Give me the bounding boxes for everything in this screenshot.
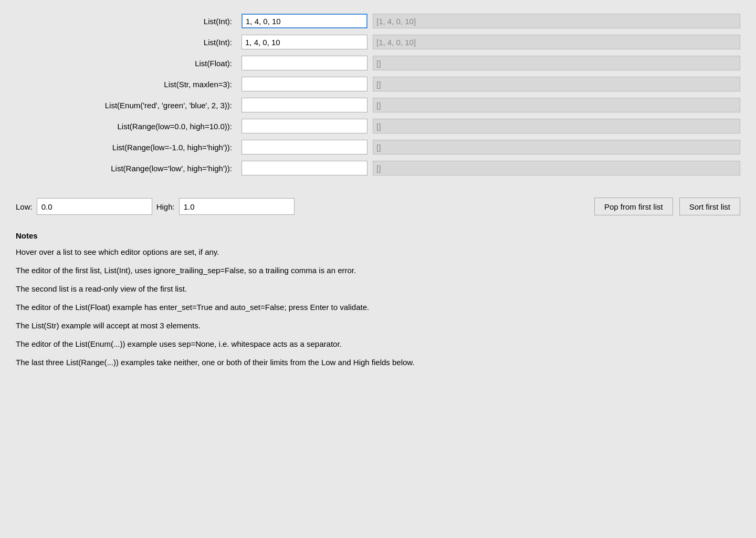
notes-para-6: The last three List(Range(...)) examples… (16, 357, 740, 368)
form-section: List(Int):[1, 4, 0, 10]List(Int):[1, 4, … (16, 11, 740, 179)
pop-button[interactable]: Pop from first list (594, 198, 673, 215)
high-input[interactable] (179, 198, 295, 215)
readonly-row-list-range-2: [] (373, 140, 740, 154)
readonly-row-list-int-1: [1, 4, 0, 10] (373, 14, 740, 28)
form-row-1: List(Int):[1, 4, 0, 10] (16, 32, 740, 53)
notes-para-1: The editor of the first list, List(Int),… (16, 265, 740, 276)
notes-para-5: The editor of the List(Enum(...)) exampl… (16, 338, 740, 349)
low-input[interactable] (37, 198, 152, 215)
label-row-list-int-2: List(Int): (16, 38, 236, 47)
notes-para-4: The List(Str) example will accept at mos… (16, 320, 740, 331)
input-row-list-range-3[interactable] (242, 161, 368, 175)
form-row-5: List(Range(low=0.0, high=10.0)):[] (16, 116, 740, 137)
low-high-group: Low: High: (16, 198, 295, 215)
low-label: Low: (16, 202, 33, 211)
notes-title: Notes (16, 231, 740, 240)
label-row-list-range-1: List(Range(low=0.0, high=10.0)): (16, 122, 236, 131)
label-row-list-int-1: List(Int): (16, 17, 236, 26)
form-row-6: List(Range(low=-1.0, high='high')):[] (16, 137, 740, 158)
notes-para-2: The second list is a read-only view of t… (16, 283, 740, 294)
input-row-list-range-2[interactable] (242, 140, 368, 154)
input-row-list-int-1[interactable] (242, 14, 368, 28)
form-row-2: List(Float):[] (16, 53, 740, 74)
label-row-list-float: List(Float): (16, 59, 236, 68)
label-row-list-enum: List(Enum('red', 'green', 'blue', 2, 3))… (16, 101, 236, 110)
readonly-row-list-int-2: [1, 4, 0, 10] (373, 35, 740, 49)
input-row-list-int-2[interactable] (242, 35, 368, 49)
readonly-row-list-float: [] (373, 56, 740, 70)
form-row-3: List(Str, maxlen=3):[] (16, 74, 740, 95)
input-row-list-range-1[interactable] (242, 119, 368, 133)
input-row-list-enum[interactable] (242, 98, 368, 112)
form-row-4: List(Enum('red', 'green', 'blue', 2, 3))… (16, 95, 740, 116)
readonly-row-list-str: [] (373, 77, 740, 91)
notes-para-0: Hover over a list to see which editor op… (16, 246, 740, 257)
label-row-list-range-2: List(Range(low=-1.0, high='high')): (16, 143, 236, 152)
readonly-row-list-range-1: [] (373, 119, 740, 133)
high-label: High: (156, 202, 175, 211)
notes-section: Notes Hover over a list to see which edi… (16, 226, 740, 368)
readonly-row-list-range-3: [] (373, 161, 740, 175)
readonly-row-list-enum: [] (373, 98, 740, 112)
input-row-list-float[interactable] (242, 56, 368, 70)
input-row-list-str[interactable] (242, 77, 368, 91)
label-row-list-str: List(Str, maxlen=3): (16, 80, 236, 89)
sort-button[interactable]: Sort first list (679, 198, 740, 215)
form-row-0: List(Int):[1, 4, 0, 10] (16, 11, 740, 32)
label-row-list-range-3: List(Range(low='low', high='high')): (16, 164, 236, 173)
form-row-7: List(Range(low='low', high='high')):[] (16, 158, 740, 179)
notes-para-3: The editor of the List(Float) example ha… (16, 302, 740, 313)
controls-row: Low: High: Pop from first list Sort firs… (16, 189, 740, 226)
